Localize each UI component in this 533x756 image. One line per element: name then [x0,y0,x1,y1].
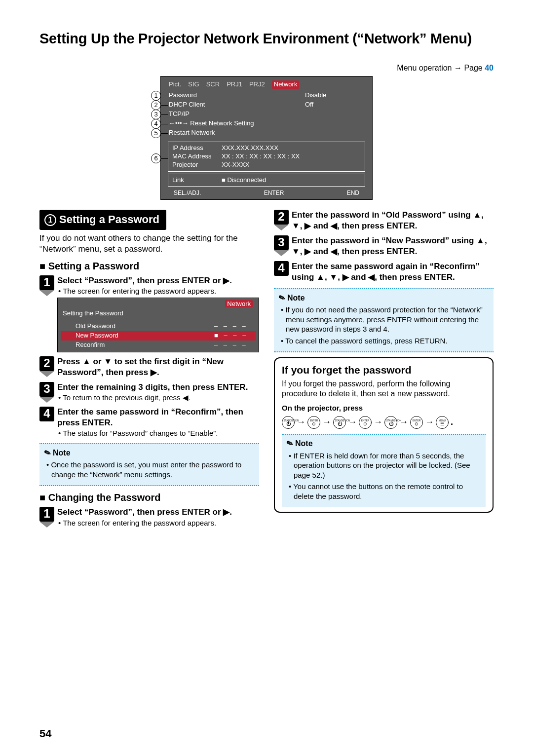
section-1-intro: If you do not want others to change the … [39,233,259,255]
note-1-label: Note [44,448,254,458]
network-info-box: IP AddressXXX.XXX.XXX.XXX MAC AddressXX … [168,142,365,172]
tab-prj1: PRJ1 [227,80,242,89]
r-step-4-text: Enter the same password again in “Reconf… [292,262,480,282]
note-2-item-2: To cancel the password settings, press R… [279,336,489,346]
password-entry-panel: Network Setting the Password Old Passwor… [57,298,259,352]
down-arrow-icon [39,522,54,528]
section-1-title: Setting a Password [59,213,159,226]
forget-title: If you forget the password [282,363,486,377]
footer-sel: SEL./ADJ. [174,189,201,197]
down-arrow-icon [39,371,54,377]
info-ip-label: IP Address [172,144,222,152]
forget-note-item-2: You cannot use the buttons on the remote… [287,482,481,501]
page-number: 54 [39,727,51,741]
r-step-3-text: Enter the password in “New Password” usi… [292,236,487,256]
forget-body: If you forget the password, perform the … [282,379,486,400]
menu-operation-ref: Menu operation → Page 40 [39,63,494,74]
step-2-num: 2 [39,356,54,371]
info-mac-value: XX : XX : XX : XX : XX : XX [222,152,300,161]
menu-val-dhcp: Off [305,101,364,109]
pw-new-val: ■ – – – [214,332,254,340]
r-step-2-num: 2 [274,210,289,225]
menu-item-reset: ←•••→ Reset Network Setting [169,119,364,128]
note-2-item-1: If you do not need the password protecti… [279,305,489,334]
forget-password-box: If you forget the password If you forget… [274,357,494,513]
step-4-sub: • The status for “Password” changes to “… [62,428,259,438]
section-1-num: 1 [44,214,56,226]
footer-end: END [347,189,359,197]
note-box-1: Note Once the password is set, you must … [39,443,259,487]
forget-on-projector: On the projector, press [282,403,486,413]
step-3-num: 3 [39,382,54,397]
r-step-2-text: Enter the password in “Old Password” usi… [292,210,484,230]
pw-panel-title: Setting the Password [61,308,256,322]
step-3-sub: • To return to the previous digit, press… [62,393,259,403]
pw-reconfirm-val: – – – – [214,341,254,349]
menu-footer: SEL./ADJ. ENTER END [165,189,368,197]
pw-panel-tab: Network [225,300,253,307]
tab-pict: Pict. [169,80,181,89]
standby-button-icon: STANDBY/ON⏻ [333,416,346,429]
step-2-text: Press ▲ or ▼ to set the first digit in “… [57,357,224,377]
tab-network: Network [272,80,300,89]
info-projector-label: Projector [172,161,222,169]
changing-password-heading: Changing the Password [39,491,259,504]
menu-button-icon: MENU☰ [436,416,449,429]
key-sequence: STANDBY/ON⏻→ ENTER⊙→ STANDBY/ON⏻→ ENTER⊙… [282,416,486,429]
callout-5: 5 [151,128,161,138]
setting-password-heading: Setting a Password [39,260,259,272]
menu-item-password: Password [169,91,305,100]
enter-button-icon: ENTER⊙ [359,416,372,429]
menu-item-restart: Restart Network [169,129,364,137]
forget-note-label: Note [287,439,481,449]
step-3-text: Enter the remaining 3 digits, then press… [57,382,248,392]
network-menu-panel: Pict. SIG SCR PRJ1 PRJ2 Network 1 Passwo… [160,76,373,200]
tab-prj2: PRJ2 [249,80,265,89]
down-arrow-icon [274,225,289,230]
menu-item-tcpip: TCP/IP [169,110,364,118]
down-arrow-icon [39,290,54,296]
down-arrow-icon [39,397,54,403]
link-value: ■ Disconnected [222,176,266,185]
step-4-text: Enter the same password in “Reconfirm”, … [57,407,243,427]
callout-3: 3 [151,110,161,119]
page-link-40[interactable]: 40 [485,64,494,72]
info-mac-label: MAC Address [172,152,222,161]
callout-1: 1 [151,91,161,101]
note-box-2: Note If you do not need the password pro… [274,288,494,353]
pw-old-val: – – – – [214,322,254,331]
note-1-item: Once the password is set, you must enter… [44,460,254,479]
pw-new-label: New Password [76,332,214,340]
r-step-3-num: 3 [274,235,289,250]
menu-val-password: Disable [305,91,364,100]
step-1-num: 1 [39,275,54,290]
chg-step-1-text: Select “Password”, then press ENTER or ▶… [57,507,232,517]
r-step-4-num: 4 [274,261,289,276]
note-2-label: Note [279,293,489,303]
standby-button-icon: STANDBY/ON⏻ [384,416,397,429]
footer-enter: ENTER [264,189,284,197]
link-status-box: Link■ Disconnected [168,174,365,187]
chg-step-1-num: 1 [39,507,54,522]
info-ip-value: XXX.XXX.XXX.XXX [222,144,278,152]
menu-tabs: Pict. SIG SCR PRJ1 PRJ2 Network [165,79,368,91]
callout-6: 6 [151,153,161,163]
enter-button-icon: ENTER⊙ [410,416,423,429]
chg-step-1-sub: • The screen for entering the password a… [62,518,259,528]
forget-note-item-1: If ENTER is held down for more than 5 se… [287,451,481,480]
link-label: Link [172,176,222,185]
callout-4: 4 [151,119,161,129]
step-4-num: 4 [39,407,54,421]
tab-sig: SIG [188,80,199,89]
pw-reconfirm-label: Reconfirm [76,341,214,349]
step-1-sub: • The screen for entering the password a… [62,286,259,296]
callout-2: 2 [151,100,161,110]
menu-item-dhcp: DHCP Client [169,101,305,109]
enter-button-icon: ENTER⊙ [307,416,320,429]
down-arrow-icon [274,250,289,256]
page-title: Setting Up the Projector Network Environ… [39,30,494,48]
standby-button-icon: STANDBY/ON⏻ [282,416,295,429]
info-projector-value: XX-XXXX [222,161,249,169]
pw-old-label: Old Password [76,322,214,331]
step-1-text: Select “Password”, then press ENTER or ▶… [57,276,232,285]
